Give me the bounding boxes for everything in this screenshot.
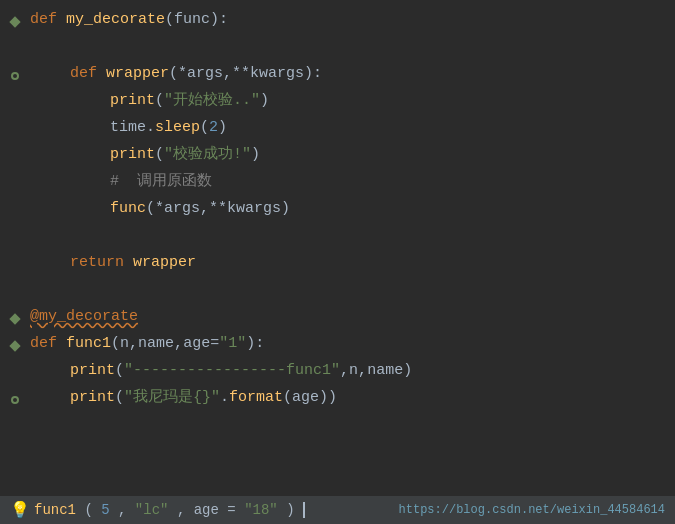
gutter-15 xyxy=(5,396,25,404)
num-5: 5 xyxy=(101,502,109,518)
module-time: time xyxy=(110,116,146,141)
fn-print2: print xyxy=(110,143,155,168)
gutter-13 xyxy=(5,342,25,350)
fn-print3: print xyxy=(70,359,115,384)
comma: , xyxy=(129,332,138,357)
comma: , xyxy=(223,62,232,87)
breakpoint-diamond3 xyxy=(9,340,20,351)
paren: ) xyxy=(403,359,412,384)
code-editor: def my_decorate ( func ): def wrapper ( … xyxy=(0,0,675,524)
fn-print4: print xyxy=(70,386,115,411)
code-line-11 xyxy=(30,278,665,305)
str-18: "18" xyxy=(244,502,278,518)
decorator: @my_decorate xyxy=(30,305,138,330)
code-line-10: return wrapper xyxy=(30,251,665,278)
paren: ( xyxy=(115,359,124,384)
paren: ( xyxy=(155,143,164,168)
num-2: 2 xyxy=(209,116,218,141)
bottom-input[interactable]: func1 ( 5 , "lc" , age = "18" ) xyxy=(34,502,399,518)
eq: = xyxy=(227,502,235,518)
code-line-4: print ( "开始校验.." ) xyxy=(30,89,665,116)
fn-func-call: func xyxy=(110,197,146,222)
paren: )) xyxy=(319,386,337,411)
default-val: "1" xyxy=(219,332,246,357)
param-n: n xyxy=(120,332,129,357)
space xyxy=(97,62,106,87)
code-line-1: def my_decorate ( func ): xyxy=(30,8,665,35)
breakpoint-circle xyxy=(11,72,19,80)
code-lines: def my_decorate ( func ): def wrapper ( … xyxy=(0,8,675,413)
paren: ) xyxy=(260,89,269,114)
gutter-1 xyxy=(5,18,25,26)
str-lc: "lc" xyxy=(135,502,169,518)
str-cn2: "我尼玛是{}" xyxy=(124,386,220,411)
breakpoint-diamond xyxy=(9,16,20,27)
gutter-12 xyxy=(5,315,25,323)
paren: ( xyxy=(169,62,178,87)
paren: ( xyxy=(155,89,164,114)
comment: # 调用原函数 xyxy=(110,170,212,195)
kw-def: def xyxy=(30,8,57,33)
param-kwargs: **kwargs xyxy=(232,62,304,87)
comma: , xyxy=(174,332,183,357)
text-cursor xyxy=(303,502,305,518)
param: func xyxy=(174,8,210,33)
bottom-bar: 💡 func1 ( 5 , "lc" , age = "18" ) https:… xyxy=(0,496,675,524)
code-line-2 xyxy=(30,35,665,62)
comma: , xyxy=(358,359,367,384)
breakpoint-circle2 xyxy=(11,396,19,404)
paren: ) xyxy=(251,143,260,168)
paren: ) xyxy=(281,197,290,222)
paren: ( xyxy=(165,8,174,33)
method-format: format xyxy=(229,386,283,411)
param-args2: *args xyxy=(155,197,200,222)
param-n2: n xyxy=(349,359,358,384)
code-line-14: print ( "-----------------func1" , n , n… xyxy=(30,359,665,386)
comma: , xyxy=(340,359,349,384)
fn-name-wrapper: wrapper xyxy=(106,62,169,87)
paren: ): xyxy=(246,332,264,357)
space xyxy=(57,8,66,33)
paren: ( xyxy=(200,116,209,141)
code-line-13: def func1 ( n , name , age = "1" ): xyxy=(30,332,665,359)
paren: ) xyxy=(218,116,227,141)
paren: ): xyxy=(304,62,322,87)
param-kwargs2: **kwargs xyxy=(209,197,281,222)
str-val: "开始校验.." xyxy=(164,89,260,114)
eq: = xyxy=(210,332,219,357)
kwarg-age: age xyxy=(194,502,219,518)
paren: ( xyxy=(146,197,155,222)
gutter-3 xyxy=(5,72,25,80)
kw-return: return xyxy=(70,251,124,276)
fn-func1-call: func1 xyxy=(34,502,76,518)
code-line-7: # 调用原函数 xyxy=(30,170,665,197)
dot: . xyxy=(220,386,229,411)
code-line-8: func ( *args , **kwargs ) xyxy=(30,197,665,224)
kw-def2: def xyxy=(30,332,57,357)
breakpoint-diamond2 xyxy=(9,313,20,324)
paren: ( xyxy=(84,502,92,518)
kw-def: def xyxy=(70,62,97,87)
paren: ) xyxy=(286,502,294,518)
param-age2: age xyxy=(292,386,319,411)
space xyxy=(124,251,133,276)
str-dashes: "-----------------func1" xyxy=(124,359,340,384)
paren: ( xyxy=(283,386,292,411)
comma: , xyxy=(118,502,126,518)
dot: . xyxy=(146,116,155,141)
space xyxy=(57,332,66,357)
fn-print: print xyxy=(110,89,155,114)
paren: ( xyxy=(111,332,120,357)
fn-name-func1: func1 xyxy=(66,332,111,357)
str-val2: "校验成功!" xyxy=(164,143,251,168)
code-line-5: time . sleep ( 2 ) xyxy=(30,116,665,143)
param-age: age xyxy=(183,332,210,357)
bulb-icon: 💡 xyxy=(10,500,30,520)
code-line-3: def wrapper ( *args , **kwargs ): xyxy=(30,62,665,89)
url-label: https://blog.csdn.net/weixin_44584614 xyxy=(399,503,665,517)
paren: ( xyxy=(115,386,124,411)
param-name: name xyxy=(138,332,174,357)
comma: , xyxy=(200,197,209,222)
fn-name-ret: wrapper xyxy=(133,251,196,276)
paren: ): xyxy=(210,8,228,33)
